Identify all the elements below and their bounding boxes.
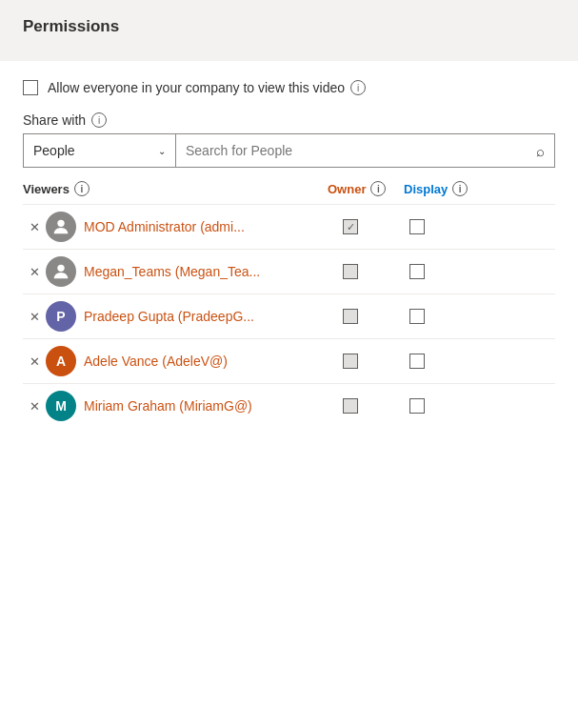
viewers-column-label: Viewers i bbox=[23, 181, 328, 196]
display-checkbox[interactable] bbox=[409, 398, 425, 414]
display-checkbox-col bbox=[389, 264, 446, 279]
remove-person-button[interactable]: ✕ bbox=[23, 399, 46, 414]
owner-checkbox-col bbox=[312, 309, 389, 324]
allow-info-icon[interactable]: i bbox=[350, 80, 366, 95]
avatar bbox=[46, 256, 76, 287]
viewers-header: Viewers i Owner i Display i bbox=[23, 181, 555, 204]
people-dropdown[interactable]: People ⌄ bbox=[24, 134, 176, 167]
display-checkbox-col bbox=[389, 354, 446, 369]
person-name[interactable]: MOD Administrator (admi... bbox=[84, 219, 312, 234]
owner-info-icon[interactable]: i bbox=[370, 181, 386, 196]
owner-checkbox[interactable] bbox=[343, 309, 358, 324]
allow-everyone-checkbox[interactable] bbox=[23, 80, 38, 95]
display-checkbox[interactable] bbox=[409, 219, 425, 234]
display-checkbox-col bbox=[389, 219, 446, 234]
remove-person-button[interactable]: ✕ bbox=[23, 354, 46, 369]
share-with-section: Share with i People ⌄ ⌕ bbox=[23, 112, 555, 168]
people-list: ✕ MOD Administrator (admi... ✓ ✕ Megan_T… bbox=[23, 204, 555, 428]
allow-everyone-label: Allow everyone in your company to view t… bbox=[48, 80, 366, 95]
viewers-section: Viewers i Owner i Display i ✕ MOD Admini… bbox=[23, 181, 555, 428]
display-checkbox[interactable] bbox=[409, 264, 425, 279]
table-row: ✕ A Adele Vance (AdeleV@) bbox=[23, 338, 555, 383]
display-info-icon[interactable]: i bbox=[452, 181, 468, 196]
owner-checkbox-col bbox=[312, 398, 389, 414]
svg-point-0 bbox=[57, 220, 64, 227]
page-title: Permissions bbox=[23, 17, 555, 51]
share-controls: People ⌄ ⌕ bbox=[23, 133, 555, 168]
avatar: P bbox=[46, 301, 76, 332]
chevron-down-icon: ⌄ bbox=[158, 146, 166, 156]
display-checkbox-col bbox=[389, 398, 446, 414]
owner-checkbox[interactable] bbox=[343, 264, 358, 279]
remove-person-button[interactable]: ✕ bbox=[23, 310, 46, 324]
remove-person-button[interactable]: ✕ bbox=[23, 220, 46, 234]
owner-column-label: Owner i bbox=[328, 181, 404, 196]
remove-person-button[interactable]: ✕ bbox=[23, 265, 46, 279]
table-row: ✕ Megan_Teams (Megan_Tea... bbox=[23, 249, 555, 293]
owner-checkbox-col bbox=[312, 264, 389, 279]
person-name[interactable]: Miriam Graham (MiriamG@) bbox=[84, 398, 312, 414]
table-row: ✕ M Miriam Graham (MiriamG@) bbox=[23, 383, 555, 428]
table-row: ✕ MOD Administrator (admi... ✓ bbox=[23, 204, 555, 249]
content-area: Allow everyone in your company to view t… bbox=[0, 61, 578, 447]
display-column-label: Display i bbox=[404, 181, 468, 196]
search-input[interactable] bbox=[186, 143, 528, 158]
display-checkbox-col bbox=[389, 309, 446, 324]
display-checkbox[interactable] bbox=[409, 309, 425, 324]
allow-everyone-row: Allow everyone in your company to view t… bbox=[23, 80, 555, 95]
svg-point-1 bbox=[57, 265, 64, 272]
owner-checkbox[interactable] bbox=[343, 354, 358, 369]
share-with-label: Share with i bbox=[23, 112, 555, 128]
panel-header: Permissions bbox=[0, 0, 578, 61]
avatar: M bbox=[46, 391, 76, 421]
avatar: A bbox=[46, 346, 76, 376]
person-name[interactable]: Pradeep Gupta (PradeepG... bbox=[84, 309, 312, 324]
display-checkbox[interactable] bbox=[409, 354, 425, 369]
owner-checkbox-col bbox=[312, 354, 389, 369]
viewers-info-icon[interactable]: i bbox=[74, 181, 90, 196]
avatar bbox=[46, 212, 76, 242]
share-info-icon[interactable]: i bbox=[91, 112, 107, 128]
owner-checkbox[interactable]: ✓ bbox=[343, 219, 358, 234]
person-name[interactable]: Adele Vance (AdeleV@) bbox=[84, 354, 312, 369]
table-row: ✕ P Pradeep Gupta (PradeepG... bbox=[23, 293, 555, 338]
owner-checkbox[interactable] bbox=[343, 398, 358, 414]
dropdown-value: People bbox=[33, 143, 75, 158]
owner-checkbox-col: ✓ bbox=[312, 219, 389, 234]
search-icon: ⌕ bbox=[536, 143, 545, 159]
search-box: ⌕ bbox=[176, 134, 554, 167]
person-name[interactable]: Megan_Teams (Megan_Tea... bbox=[84, 264, 312, 279]
